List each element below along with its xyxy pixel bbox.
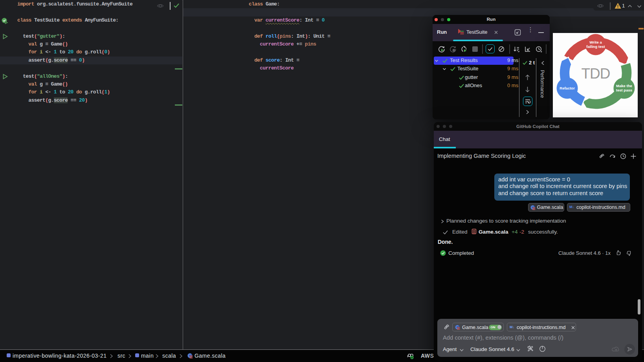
svg-text:TDD: TDD xyxy=(581,66,610,82)
svg-text:Make the: Make the xyxy=(616,84,632,88)
svg-text:Write a: Write a xyxy=(589,40,602,44)
svg-text:test pass: test pass xyxy=(616,88,632,92)
svg-text:Refactor: Refactor xyxy=(560,86,575,90)
svg-text:failing test: failing test xyxy=(586,44,605,49)
